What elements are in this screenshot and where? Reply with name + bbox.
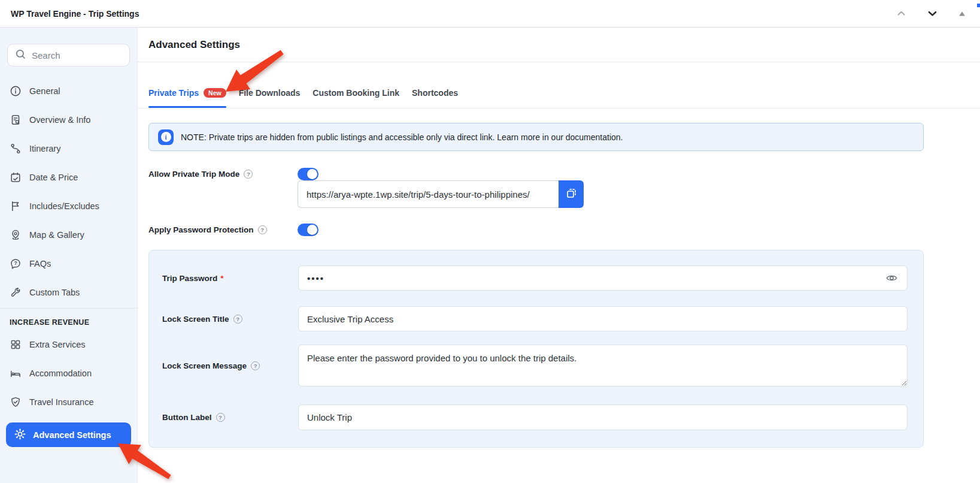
button-label-label: Button Label ? [162,413,298,422]
search-icon [15,49,26,62]
metabox-controls [895,7,967,20]
sidebar-item-map-gallery[interactable]: Map & Gallery [0,221,137,249]
lock-screen-title-label: Lock Screen Title ? [162,315,298,324]
svg-text:?: ? [14,260,17,266]
route-icon [10,143,22,155]
sidebar-item-custom-tabs[interactable]: Custom Tabs [0,278,137,307]
sidebar-item-general[interactable]: General [0,77,137,105]
sidebar-item-accommodation[interactable]: Accommodation [0,359,137,388]
shield-check-icon [10,396,22,408]
gear-icon [14,428,26,442]
window-title: WP Travel Engine - Trip Settings [11,9,139,19]
eye-icon[interactable] [884,271,899,286]
chevron-down-icon[interactable] [926,7,939,20]
toggle-knob [307,225,317,235]
button-label-input-wrap [298,404,908,430]
tab-label: Custom Booking Link [312,88,399,98]
grid-icon [10,339,22,351]
sidebar-item-label: Includes/Excludes [29,201,99,211]
private-trip-url-input[interactable] [298,180,559,208]
sidebar-search[interactable] [7,44,130,67]
sidebar-item-advanced-settings[interactable]: Advanced Settings [6,422,131,447]
wrench-icon [10,286,22,298]
sidebar-item-includes-excludes[interactable]: Includes/Excludes [0,192,137,221]
chat-question-icon: ? [10,258,22,270]
help-icon[interactable]: ? [258,225,267,234]
sidebar-item-overview-info[interactable]: Overview & Info [0,105,137,134]
sidebar-item-label: Extra Services [29,340,85,349]
allow-private-trip-mode-toggle[interactable] [298,168,318,180]
trip-password-input-wrap [298,265,908,291]
tab-private-trips[interactable]: Private Trips New [148,88,226,108]
tab-label: Shortcodes [412,88,458,98]
tab-custom-booking-link[interactable]: Custom Booking Link [312,88,399,108]
password-settings-panel: Trip Password * Lock Screen Title [148,250,924,448]
trip-password-label: Trip Password * [162,274,298,283]
allow-private-trip-mode-row: Allow Private Trip Mode ? [148,168,924,180]
trip-password-row: Trip Password * [162,265,908,291]
sidebar-nav: General Overview & Info Itinerary [0,77,137,307]
metabox-header: WP Travel Engine - Trip Settings [0,0,980,28]
toggle-knob [307,169,317,179]
sidebar-item-label: FAQs [29,259,51,268]
note-banner: i NOTE: Private trips are hidden from pu… [148,123,924,151]
lock-screen-message-label: Lock Screen Message ? [162,361,298,370]
help-icon[interactable]: ? [233,315,242,324]
lock-screen-title-input[interactable] [298,306,908,331]
calendar-check-icon [10,171,22,183]
required-asterisk: * [220,274,223,283]
sidebar-item-label: Date & Price [29,173,78,182]
tab-shortcodes[interactable]: Shortcodes [412,88,458,108]
copy-url-button[interactable] [559,180,584,208]
sidebar-section-increase-revenue: INCREASE REVENUE [0,309,137,330]
sidebar-item-itinerary[interactable]: Itinerary [0,134,137,163]
apply-password-protection-toggle[interactable] [298,224,318,236]
sidebar-item-faqs[interactable]: ? FAQs [0,249,137,278]
tab-label: File Downloads [239,88,301,98]
sidebar-item-extra-services[interactable]: Extra Services [0,330,137,359]
allow-private-trip-mode-label: Allow Private Trip Mode ? [148,170,298,179]
chevron-up-icon[interactable] [895,7,908,20]
scrollbar-tick [977,4,980,7]
tab-content-private-trips: i NOTE: Private trips are hidden from pu… [148,123,924,448]
sidebar-item-label: Accommodation [29,369,92,378]
sidebar-item-label: Overview & Info [29,115,90,125]
lock-screen-message-textarea[interactable]: Please enter the password provided to yo… [298,345,908,387]
info-badge-icon: i [158,129,174,145]
tab-file-downloads[interactable]: File Downloads [239,88,301,108]
document-search-icon [10,114,22,126]
info-icon [10,85,22,97]
bed-icon [10,367,22,379]
settings-main: Advanced Settings Private Trips New File… [138,28,980,483]
sidebar-item-label: Map & Gallery [29,230,84,240]
apply-password-protection-label: Apply Password Protection ? [148,225,298,234]
copy-icon [565,187,578,201]
settings-sidebar: General Overview & Info Itinerary [0,28,138,483]
lock-screen-message-row: Lock Screen Message ? Please enter the p… [162,345,908,387]
page-title: Advanced Settings [148,39,240,51]
help-icon[interactable]: ? [244,170,253,179]
private-trip-url-group [298,180,584,208]
lock-screen-title-input-wrap [298,306,908,331]
button-label-row: Button Label ? [162,404,908,430]
sidebar-item-label: Advanced Settings [33,430,111,440]
note-text: NOTE: Private trips are hidden from publ… [181,132,623,142]
triangle-up-icon[interactable] [957,10,967,18]
trip-password-input[interactable] [298,265,908,291]
sidebar-item-date-price[interactable]: Date & Price [0,163,137,192]
tab-label: Private Trips [148,88,199,98]
sidebar-item-label: General [29,86,60,96]
trip-settings-metabox: WP Travel Engine - Trip Settings [0,0,980,483]
map-pin-icon [10,229,22,241]
tab-bar: Private Trips New File Downloads Custom … [138,62,980,108]
sidebar-item-label: Itinerary [29,144,60,153]
sidebar-item-travel-insurance[interactable]: Travel Insurance [0,388,137,416]
search-input[interactable] [32,50,116,61]
button-label-input[interactable] [298,404,908,430]
help-icon[interactable]: ? [216,413,225,422]
help-icon[interactable]: ? [251,361,260,370]
sidebar-item-label: Travel Insurance [29,397,93,407]
lock-screen-message-input-wrap: Please enter the password provided to yo… [298,345,908,387]
lock-screen-title-row: Lock Screen Title ? [162,306,908,331]
main-header: Advanced Settings [138,28,980,62]
